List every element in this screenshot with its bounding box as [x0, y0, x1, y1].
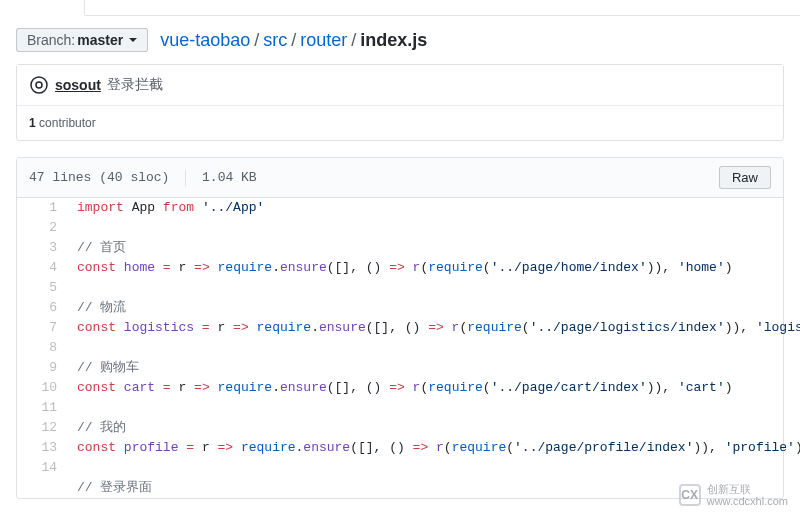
line-number[interactable]: 6 — [17, 298, 67, 318]
contributor-count: 1 — [29, 116, 36, 130]
code-line: 8 — [17, 338, 800, 358]
code-line: 3// 首页 — [17, 238, 800, 258]
raw-button[interactable]: Raw — [719, 166, 771, 189]
code-line: 14 — [17, 458, 800, 478]
code-line: 5 — [17, 278, 800, 298]
code-line: 6// 物流 — [17, 298, 800, 318]
line-number[interactable]: 5 — [17, 278, 67, 298]
tab-item[interactable] — [0, 0, 85, 16]
file-navigation: Branch: master vue-taobao/src/router/ind… — [0, 16, 800, 64]
breadcrumb-file: index.js — [360, 30, 427, 50]
file-box: 47 lines (40 sloc) 1.04 KB Raw 1import A… — [16, 157, 784, 499]
line-number[interactable]: 1 — [17, 198, 67, 218]
code-line: 7const logistics = r => require.ensure([… — [17, 318, 800, 338]
branch-name: master — [77, 32, 123, 48]
code-line: 13const profile = r => require.ensure([]… — [17, 438, 800, 458]
line-number[interactable] — [17, 478, 67, 498]
line-number[interactable]: 14 — [17, 458, 67, 478]
file-size: 1.04 KB — [202, 170, 257, 185]
line-number[interactable]: 9 — [17, 358, 67, 378]
line-number[interactable]: 13 — [17, 438, 67, 458]
breadcrumb-repo-link[interactable]: vue-taobao — [160, 30, 250, 50]
commit-author-link[interactable]: sosout — [55, 77, 101, 93]
code-line: 10const cart = r => require.ensure([], (… — [17, 378, 800, 398]
line-number[interactable]: 7 — [17, 318, 67, 338]
breadcrumb: vue-taobao/src/router/index.js — [160, 30, 427, 51]
breadcrumb-part-link[interactable]: router — [300, 30, 347, 50]
commit-message[interactable]: 登录拦截 — [107, 76, 163, 94]
divider — [185, 170, 186, 186]
line-number[interactable]: 4 — [17, 258, 67, 278]
commit-box: sosout 登录拦截 1 contributor — [16, 64, 784, 141]
file-lines: 47 lines (40 sloc) — [29, 170, 169, 185]
contributor-label: contributor — [39, 116, 96, 130]
file-header: 47 lines (40 sloc) 1.04 KB Raw — [17, 158, 783, 198]
line-number[interactable]: 12 — [17, 418, 67, 438]
line-number[interactable]: 3 — [17, 238, 67, 258]
commit-header: sosout 登录拦截 — [17, 65, 783, 106]
watermark-bottom: www.cdcxhl.com — [707, 495, 788, 507]
branch-label: Branch: — [27, 32, 75, 48]
watermark-top: 创新互联 — [707, 483, 788, 495]
watermark-icon: CX — [679, 484, 701, 506]
code-line: 1import App from '../App' — [17, 198, 800, 218]
code-line: 11 — [17, 398, 800, 418]
code-line: 2 — [17, 218, 800, 238]
file-info: 47 lines (40 sloc) 1.04 KB — [29, 170, 257, 186]
line-number[interactable]: 11 — [17, 398, 67, 418]
line-number[interactable]: 2 — [17, 218, 67, 238]
avatar[interactable] — [29, 75, 49, 95]
chevron-down-icon — [129, 38, 137, 42]
tab-bar — [0, 0, 800, 16]
code-line: 4const home = r => require.ensure([], ()… — [17, 258, 800, 278]
code-line: 9// 购物车 — [17, 358, 800, 378]
watermark: CX 创新互联 www.cdcxhl.com — [679, 483, 788, 507]
file-actions: Raw — [719, 166, 771, 189]
line-number[interactable]: 10 — [17, 378, 67, 398]
svg-point-1 — [36, 82, 42, 88]
breadcrumb-part-link[interactable]: src — [263, 30, 287, 50]
branch-select-button[interactable]: Branch: master — [16, 28, 148, 52]
contributors-row: 1 contributor — [17, 106, 783, 140]
code-line: 12// 我的 — [17, 418, 800, 438]
code-view: 1import App from '../App' 2 3// 首页 4cons… — [17, 198, 800, 498]
svg-point-0 — [31, 77, 47, 93]
line-number[interactable]: 8 — [17, 338, 67, 358]
